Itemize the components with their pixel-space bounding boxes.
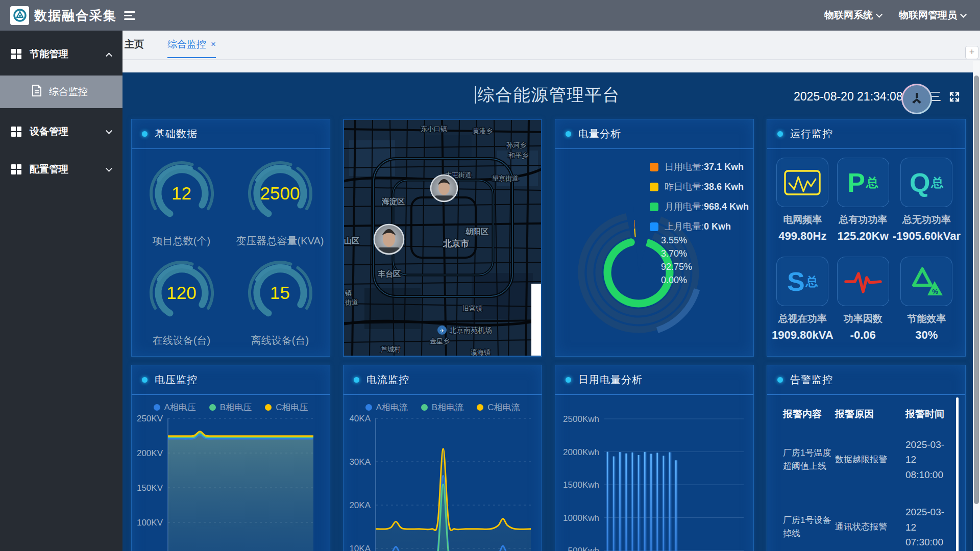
donut-percent: 3.70%: [661, 248, 692, 259]
bar: [625, 454, 627, 551]
beijing-map[interactable]: 东小口镇黄港乡孙河乡和平乡大屯街道望京街道海淀区朝阳区北京市石景山区丰台区旧宫镇…: [344, 120, 541, 356]
add-tab-button[interactable]: +: [965, 46, 978, 59]
map-scrollbar[interactable]: [531, 284, 541, 356]
gauge-1: 2500变压器总容量(KVA): [231, 157, 329, 256]
legend-swatch: [650, 163, 658, 171]
page-scrollbar[interactable]: [973, 61, 980, 551]
chevron-down-icon: [106, 128, 112, 134]
app-logo: [10, 6, 29, 25]
alarm-table: 报警内容报警原因报警时间 厂房1号温度超阈值上线数据越限报警2025-03-12…: [783, 408, 951, 551]
map-label: 望京街道: [492, 174, 519, 182]
map-label: 丰台区: [378, 269, 401, 278]
gauge-value: 12: [145, 157, 218, 230]
legend-item-上月电量[interactable]: 上月电量:0 Kwh: [650, 220, 749, 233]
legend-item-月用电量[interactable]: 月用电量:968.4 Kwh: [650, 201, 749, 213]
panel-daily-power-analysis: 日用电量分析 2500Kwh2000Kwh1500Kwh1000Kwh500Kw…: [555, 365, 754, 551]
map-label: 孙河乡: [506, 141, 526, 149]
panel-dot-icon: [142, 377, 148, 383]
alarm-reason: 数据越限报警: [835, 426, 905, 493]
y-tick-label: 10KA: [349, 544, 371, 551]
panel-grid: 基础数据 12项目总数(个)2500变压器总容量(KVA)120在线设备(台)1…: [131, 119, 966, 551]
tab-home[interactable]: 主页: [125, 38, 144, 51]
y-tick-label: 500Kwh: [568, 546, 599, 551]
tab-comprehensive-monitoring[interactable]: 综合监控 ×: [167, 38, 216, 58]
op-tile-label: 总有功功率: [839, 213, 887, 227]
legend-swatch: [650, 183, 658, 191]
map-label: 芦城村: [381, 345, 401, 353]
y-tick-label: 30KA: [349, 457, 371, 467]
legend-swatch: [650, 222, 658, 231]
op-tile-value: 499.80Hz: [778, 230, 826, 243]
bar: [644, 452, 646, 551]
voltage-legend: A相电压B相电压C相电压: [132, 402, 329, 413]
legend-swatch: [650, 203, 658, 211]
op-tile-总有功功率: P总总有功功率125.20Kw: [834, 158, 893, 257]
q-total-icon: Q总: [900, 158, 952, 207]
current-legend: A相电流B相电流C相电流: [344, 402, 541, 413]
fullscreen-icon[interactable]: [948, 91, 961, 105]
bar: [607, 452, 608, 551]
alarm-content: 厂房1号温度超阈值上线: [783, 426, 835, 493]
legend-dot: [154, 404, 160, 411]
map-label: 镇: [345, 289, 352, 297]
op-tile-value: 30%: [915, 329, 938, 342]
scrollbar-thumb[interactable]: [974, 76, 979, 504]
alarm-time: 2025-03-1207:30:00: [905, 493, 951, 551]
bar: [650, 454, 652, 551]
bar: [669, 453, 671, 551]
chevron-down-icon: [876, 11, 883, 18]
bar: [638, 455, 640, 551]
legend-item-B相电压[interactable]: B相电压: [209, 402, 252, 413]
y-tick-label: 1500Kwh: [563, 480, 599, 490]
chevron-down-icon: [960, 11, 967, 18]
alarm-scrollbar[interactable]: [956, 397, 959, 551]
sidebar-item-config-mgmt[interactable]: 配置管理: [0, 155, 122, 184]
panel-operation-monitoring: 运行监控 电网频率499.80HzP总总有功功率125.20KwQ总总无功功率-…: [767, 119, 966, 357]
legend-item-昨日电量[interactable]: 昨日电量:38.6 Kwh: [650, 181, 749, 193]
legend-label: C相电流: [487, 402, 520, 413]
sidebar-item-comprehensive-monitoring[interactable]: 综合监控: [0, 76, 122, 108]
map-label: 旧宫镇: [462, 305, 482, 312]
op-tile-节能效率: %节能效率30%: [893, 257, 961, 356]
legend-label: B相电压: [220, 402, 252, 413]
legend-dot: [477, 404, 483, 411]
gauge-label: 项目总数(个): [153, 234, 210, 248]
legend-item-A相电压[interactable]: A相电压: [154, 402, 196, 413]
close-icon[interactable]: ×: [211, 39, 216, 49]
grid-icon: [11, 127, 21, 137]
legend-item-日用电量[interactable]: 日用电量:37.1 Kwh: [650, 161, 749, 173]
alarm-col-header: 报警内容: [783, 408, 835, 426]
sidebar-item-device-mgmt[interactable]: 设备管理: [0, 117, 122, 146]
map-label: 瀛海镇: [471, 348, 491, 356]
menu-iot-system[interactable]: 物联网系统: [824, 9, 881, 22]
svg-text:%: %: [933, 288, 939, 295]
hamburger-menu-icon[interactable]: [124, 11, 136, 20]
legend-label: 昨日电量:38.6 Kwh: [665, 181, 744, 193]
voltage-chart: 250KV200KV150KV100KV: [132, 395, 329, 551]
map-airport-label: 北京南苑机场: [449, 326, 492, 334]
menu-iot-admin[interactable]: 物联网管理员: [899, 9, 966, 22]
panel-title: 运行监控: [790, 127, 833, 141]
gauge-3: 15离线设备(台): [231, 256, 329, 356]
panel-current-monitoring: 电流监控 A相电流B相电流C相电流 40KA30KA20KA10KA: [343, 365, 542, 551]
legend-label: 上月电量:0 Kwh: [665, 220, 731, 233]
sidebar: 节能管理 综合监控 设备管理 配置管理: [0, 31, 122, 551]
sidebar-item-energy-mgmt[interactable]: 节能管理: [0, 40, 122, 68]
svg-text:✈: ✈: [439, 328, 444, 334]
map-label: 石景山区: [344, 236, 359, 245]
legend-item-A相电流[interactable]: A相电流: [365, 402, 408, 413]
alarm-col-header: 报警原因: [835, 408, 905, 426]
chevron-up-icon: [106, 53, 112, 59]
op-tile-电网频率: 电网频率499.80Hz: [772, 158, 834, 257]
legend-item-B相电流[interactable]: B相电流: [421, 402, 463, 413]
map-label: 金星乡: [430, 337, 450, 345]
op-tile-label: 节能效率: [907, 312, 946, 325]
recycle-icon: %: [900, 257, 952, 306]
panel-dot-icon: [777, 131, 783, 137]
bar: [656, 453, 658, 551]
op-tile-功率因数: 功率因数-0.06: [834, 257, 893, 356]
legend-item-C相电压[interactable]: C相电压: [265, 402, 308, 413]
legend-item-C相电流[interactable]: C相电流: [477, 402, 520, 413]
recording-cursor-overlay: [901, 84, 932, 114]
y-tick-label: 20KA: [349, 500, 371, 510]
